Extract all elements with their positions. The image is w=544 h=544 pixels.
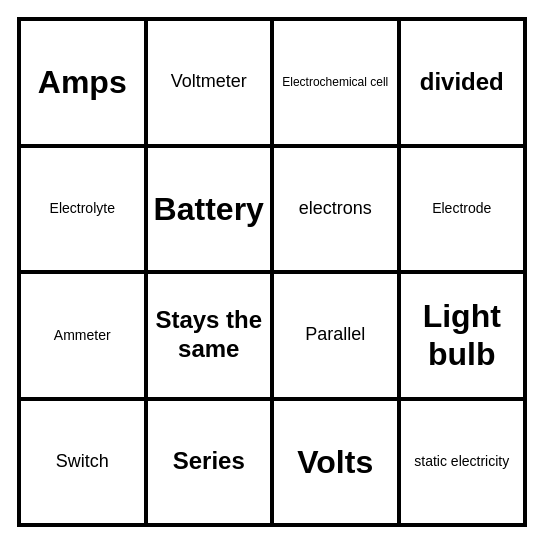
cell-text-r1c3: Electrode [432,200,491,217]
cell-text-r1c0: Electrolyte [50,200,115,217]
cell-text-r0c3: divided [420,68,504,97]
cell-text-r2c3: Light bulb [405,297,520,374]
cell-text-r0c0: Amps [38,63,127,101]
cell-r2c1: Stays the same [146,272,273,399]
cell-text-r2c0: Ammeter [54,327,111,344]
cell-text-r3c0: Switch [56,451,109,473]
cell-r2c3: Light bulb [399,272,526,399]
cell-r1c2: electrons [272,146,399,273]
cell-r1c1: Battery [146,146,273,273]
bingo-card: AmpsVoltmeterElectrochemical celldivided… [17,17,527,527]
cell-text-r0c2: Electrochemical cell [282,75,388,89]
bingo-grid: AmpsVoltmeterElectrochemical celldivided… [19,19,525,525]
cell-text-r2c1: Stays the same [152,306,267,364]
cell-r2c0: Ammeter [19,272,146,399]
cell-text-r1c2: electrons [299,198,372,220]
cell-r3c2: Volts [272,399,399,526]
cell-r1c0: Electrolyte [19,146,146,273]
cell-text-r0c1: Voltmeter [171,71,247,93]
cell-r1c3: Electrode [399,146,526,273]
cell-r0c3: divided [399,19,526,146]
cell-text-r3c1: Series [173,447,245,476]
cell-text-r1c1: Battery [154,190,264,228]
cell-r3c1: Series [146,399,273,526]
cell-text-r2c2: Parallel [305,324,365,346]
cell-r0c2: Electrochemical cell [272,19,399,146]
cell-r2c2: Parallel [272,272,399,399]
cell-r0c1: Voltmeter [146,19,273,146]
cell-text-r3c3: static electricity [414,453,509,470]
cell-r3c0: Switch [19,399,146,526]
cell-text-r3c2: Volts [297,443,373,481]
cell-r0c0: Amps [19,19,146,146]
cell-r3c3: static electricity [399,399,526,526]
